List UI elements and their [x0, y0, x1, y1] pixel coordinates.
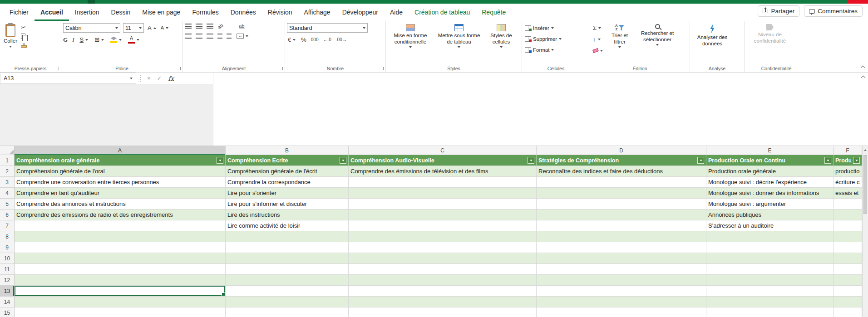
borders-button[interactable]: ⊞: [94, 35, 105, 44]
cell-F3[interactable]: écriture cré: [833, 177, 862, 188]
cell-A2[interactable]: Compréhension générale de l'oral: [15, 166, 226, 177]
cell-C3[interactable]: [349, 177, 537, 188]
cell-D11[interactable]: [537, 264, 706, 275]
cell-F13[interactable]: [833, 286, 862, 297]
cancel-button[interactable]: ×: [147, 75, 151, 82]
cell-C14[interactable]: [349, 297, 537, 307]
cell-F10[interactable]: [833, 253, 862, 264]
cell-D7[interactable]: [537, 220, 706, 231]
cell-D4[interactable]: [537, 188, 706, 199]
tab-requête[interactable]: Requête: [476, 4, 512, 21]
cell-A11[interactable]: [15, 264, 226, 275]
font-color-button[interactable]: A: [127, 35, 140, 44]
grow-font-button[interactable]: A: [147, 23, 157, 33]
row-header-10[interactable]: 10: [0, 253, 15, 264]
cell-A9[interactable]: [15, 242, 226, 253]
row-header-6[interactable]: 6: [0, 210, 15, 220]
column-header-B[interactable]: B: [226, 146, 349, 155]
row-header-4[interactable]: 4: [0, 188, 15, 199]
cell-F2[interactable]: production: [833, 166, 862, 177]
format-as-table-button[interactable]: Mettre sous forme de tableau: [435, 23, 483, 49]
cell-E5[interactable]: Monologue suivi : argumenter: [706, 199, 833, 210]
align-right-button[interactable]: [207, 34, 213, 39]
cell-D5[interactable]: [537, 199, 706, 210]
row-header-9[interactable]: 9: [0, 242, 15, 253]
cell-F5[interactable]: [833, 199, 862, 210]
cell-B3[interactable]: Comprendre la correspondance: [226, 177, 349, 188]
cell-E15[interactable]: [706, 307, 833, 317]
cell-C6[interactable]: [349, 210, 537, 220]
column-header-E[interactable]: E: [706, 146, 833, 155]
dialog-launcher-icon[interactable]: [280, 67, 283, 70]
cell-B15[interactable]: [226, 307, 349, 317]
filter-button-D1[interactable]: [697, 157, 704, 164]
format-cells-button[interactable]: Format: [524, 45, 562, 54]
cell-E9[interactable]: [706, 242, 833, 253]
select-all-corner[interactable]: [0, 146, 15, 155]
cell-C2[interactable]: Comprendre des émissions de télévision e…: [349, 166, 537, 177]
cell-F6[interactable]: [833, 210, 862, 220]
cell-A15[interactable]: [15, 307, 226, 317]
cell-C12[interactable]: [349, 275, 537, 286]
row-header-12[interactable]: 12: [0, 275, 15, 286]
vertical-scrollbar[interactable]: [862, 146, 868, 317]
cell-C8[interactable]: [349, 231, 537, 242]
cut-icon[interactable]: ✂: [21, 24, 27, 30]
cell-D3[interactable]: [537, 177, 706, 188]
cell-styles-button[interactable]: Styles de cellules: [485, 23, 518, 49]
cell-E8[interactable]: [706, 231, 833, 242]
name-box[interactable]: A13: [0, 73, 136, 84]
cell-A1[interactable]: Compréhension orale générale: [15, 155, 226, 166]
cell-D12[interactable]: [537, 275, 706, 286]
tab-création-de-tableau[interactable]: Création de tableau: [409, 4, 476, 21]
row-header-5[interactable]: 5: [0, 199, 15, 210]
cell-A7[interactable]: [15, 220, 226, 231]
close-button[interactable]: [847, 0, 868, 4]
row-header-1[interactable]: 1: [0, 155, 15, 166]
enter-button[interactable]: ✓: [157, 75, 162, 82]
cell-E1[interactable]: Production Orale en Continu: [706, 155, 833, 166]
cell-B10[interactable]: [226, 253, 349, 264]
row-header-7[interactable]: 7: [0, 220, 15, 231]
row-header-11[interactable]: 11: [0, 264, 15, 275]
italic-button[interactable]: I: [72, 37, 74, 43]
cell-B14[interactable]: [226, 297, 349, 307]
scrollbar-thumb[interactable]: [863, 155, 867, 214]
cell-A12[interactable]: [15, 275, 226, 286]
cell-C13[interactable]: [349, 286, 537, 297]
cell-B13[interactable]: [226, 286, 349, 297]
comma-style-button[interactable]: 000: [311, 38, 319, 42]
cell-B8[interactable]: [226, 231, 349, 242]
cell-E4[interactable]: Monologue suivi : donner des information…: [706, 188, 833, 199]
cell-C10[interactable]: [349, 253, 537, 264]
cell-F11[interactable]: [833, 264, 862, 275]
collapse-formula-bar-icon[interactable]: [861, 76, 866, 80]
cell-A8[interactable]: [15, 231, 226, 242]
cell-C5[interactable]: [349, 199, 537, 210]
bold-button[interactable]: G: [63, 37, 68, 43]
filter-button-F1[interactable]: [853, 157, 860, 164]
cell-F12[interactable]: [833, 275, 862, 286]
cell-E13[interactable]: [706, 286, 833, 297]
tab-accueil[interactable]: Accueil: [35, 4, 69, 21]
filter-button-C1[interactable]: [528, 157, 534, 164]
orientation-button[interactable]: ab: [217, 22, 224, 30]
row-header-2[interactable]: 2: [0, 166, 15, 177]
column-header-A[interactable]: A: [15, 146, 226, 155]
row-header-3[interactable]: 3: [0, 177, 15, 188]
cell-D10[interactable]: [537, 253, 706, 264]
tab-développeur[interactable]: Développeur: [336, 4, 384, 21]
tab-formules[interactable]: Formules: [186, 4, 224, 21]
align-middle-button[interactable]: [196, 24, 202, 29]
tab-insertion[interactable]: Insertion: [69, 4, 105, 21]
cell-C1[interactable]: Compréhension Audio-Visuelle: [349, 155, 537, 166]
delete-cells-button[interactable]: Supprimer: [524, 34, 562, 44]
scroll-up-icon[interactable]: [863, 146, 868, 154]
font-size-combo[interactable]: 11: [123, 23, 144, 33]
cell-E3[interactable]: Monologue suivi : décrire l'expérience: [706, 177, 833, 188]
cell-A6[interactable]: Comprendre des émissions de radio et des…: [15, 210, 226, 220]
tab-données[interactable]: Données: [225, 4, 262, 21]
dialog-launcher-icon[interactable]: [380, 67, 384, 70]
row-header-15[interactable]: 15: [0, 307, 15, 317]
fill-button[interactable]: ↓: [592, 34, 604, 44]
